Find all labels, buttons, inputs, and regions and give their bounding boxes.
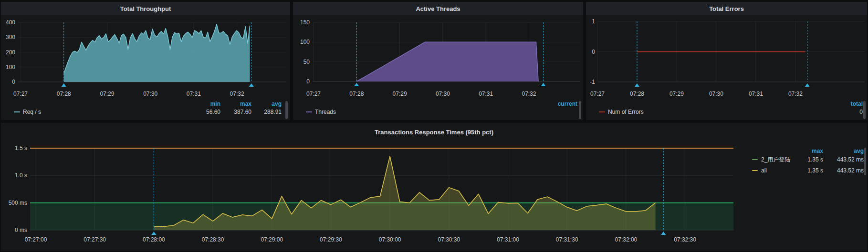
svg-text:07:31: 07:31 [749,91,763,97]
legend-header-total[interactable]: total [826,100,863,108]
svg-text:07:30:30: 07:30:30 [438,236,460,243]
svg-text:07:31:30: 07:31:30 [556,236,578,243]
legend-value-max: 387.60 [221,108,251,116]
svg-text:07:31: 07:31 [187,91,201,97]
legend-series-threads[interactable]: Threads [315,108,336,116]
panel-title: Active Threads [416,5,460,12]
legend-series-reqs[interactable]: Req / s [23,108,41,116]
svg-text:07:32:30: 07:32:30 [674,236,696,243]
legend-scrollbar[interactable] [864,148,866,175]
svg-text:07:30: 07:30 [143,91,157,97]
svg-text:07:32: 07:32 [522,91,536,97]
svg-text:07:27:00: 07:27:00 [25,236,47,243]
series-color-dash [752,159,758,160]
svg-text:07:29: 07:29 [100,91,114,97]
panel-active-threads: Active Threads 15010050007:2707:2807:290… [293,2,583,120]
legend-header-min[interactable]: min [191,100,220,108]
svg-text:07:31:00: 07:31:00 [497,236,519,243]
svg-text:07:28: 07:28 [57,91,71,97]
svg-text:50: 50 [303,59,310,65]
svg-text:07:28:30: 07:28:30 [202,236,224,243]
legend-value-max: 1.35 s [785,167,823,174]
legend-header-max[interactable]: max [785,147,823,155]
panel-total-errors: Total Errors 10-107:2707:2807:2907:3007:… [586,2,867,120]
svg-text:07:32:00: 07:32:00 [615,236,638,243]
legend-scrollbar[interactable] [285,101,288,119]
series-color-dash [306,111,312,112]
legend-value-max: 1.35 s [785,156,823,163]
legend-series-errors[interactable]: Num of Errors [608,108,644,116]
svg-text:300: 300 [6,34,15,40]
svg-text:150: 150 [300,19,310,26]
legend-value-total: 0 [826,108,863,116]
svg-text:1: 1 [592,18,595,25]
panel-response-times: Transactions Response Times (95th pct) 1… [1,123,867,251]
svg-text:07:27: 07:27 [13,91,28,97]
legend-value-min: 56.60 [191,108,220,116]
svg-text:07:29:30: 07:29:30 [320,236,342,243]
svg-text:1.5 s: 1.5 s [15,145,27,151]
svg-text:07:28: 07:28 [349,91,364,97]
svg-text:07:30: 07:30 [436,91,450,97]
svg-text:07:27:30: 07:27:30 [84,236,106,243]
svg-text:200: 200 [6,49,15,56]
svg-text:07:30:00: 07:30:00 [379,236,401,243]
svg-text:07:31: 07:31 [479,91,493,97]
legend-header-current[interactable]: current [541,100,577,108]
errors-chart[interactable]: 10-107:2707:2807:2907:3007:3107:32 [586,2,867,120]
series-color-dash [14,111,20,112]
series-color-dash [599,111,605,112]
svg-text:07:30: 07:30 [709,91,723,97]
svg-text:0: 0 [592,49,595,55]
svg-text:-1: -1 [590,79,595,85]
svg-text:07:29: 07:29 [669,91,684,97]
svg-text:07:29:00: 07:29:00 [261,236,283,243]
svg-text:0 ms: 0 ms [15,227,27,233]
svg-text:07:28:00: 07:28:00 [143,236,165,243]
legend-scrollbar[interactable] [863,101,866,119]
svg-text:07:27: 07:27 [590,91,605,97]
panel-header[interactable]: Total Errors [586,2,867,15]
panel-title: Total Throughput [120,5,171,12]
legend-value-avg: 443.52 ms [826,167,864,174]
panel-header[interactable]: Total Throughput [1,2,290,15]
svg-text:100: 100 [300,39,310,45]
svg-text:07:32: 07:32 [230,91,244,97]
svg-text:07:28: 07:28 [630,91,644,97]
legend-header-avg[interactable]: avg [252,100,282,108]
legend-header-max[interactable]: max [221,100,251,108]
threads-chart[interactable]: 15010050007:2707:2807:2907:3007:3107:32 [293,2,583,120]
svg-text:0: 0 [306,78,310,85]
legend-value-avg: 288.91 [252,108,282,116]
svg-text:1.0 s: 1.0 s [15,172,27,179]
response-times-chart[interactable]: 1.5 s1.0 s500 ms0 ms07:27:0007:27:3007:2… [1,123,867,251]
legend-value-avg: 443.52 ms [826,156,864,163]
svg-text:0: 0 [12,79,15,85]
legend-header-avg[interactable]: avg [826,147,864,155]
svg-text:07:32: 07:32 [788,91,803,97]
svg-text:500 ms: 500 ms [9,200,27,206]
svg-text:07:29: 07:29 [393,91,407,97]
grafana-dashboard: { "time_base": "07:27:00", "panels": { "… [0,0,868,252]
panel-header[interactable]: Active Threads [293,2,583,15]
panel-title: Total Errors [709,5,744,12]
svg-text:07:27: 07:27 [306,91,321,97]
legend-scrollbar[interactable] [579,101,581,119]
panel-title: Transactions Response Times (95th pct) [1,129,867,136]
series-color-dash [752,170,758,171]
svg-text:100: 100 [6,64,15,71]
svg-text:400: 400 [6,19,15,26]
panel-total-throughput: Total Throughput 400300200100007:2707:28… [1,2,290,120]
